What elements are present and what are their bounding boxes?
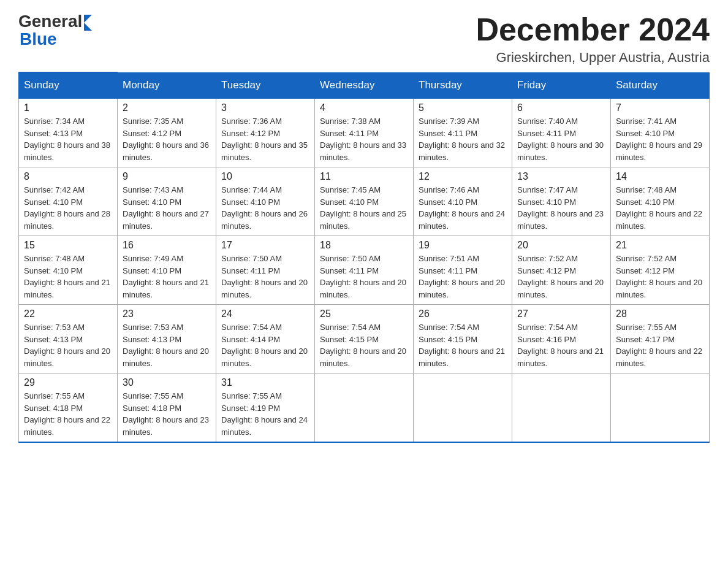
calendar-cell: 22 Sunrise: 7:53 AMSunset: 4:13 PMDaylig… (19, 305, 118, 373)
day-number: 17 (221, 240, 309, 251)
day-info: Sunrise: 7:41 AMSunset: 4:10 PMDaylight:… (616, 115, 704, 163)
day-info: Sunrise: 7:55 AMSunset: 4:17 PMDaylight:… (616, 321, 704, 369)
day-info: Sunrise: 7:40 AMSunset: 4:11 PMDaylight:… (517, 115, 605, 163)
logo: General Blue (18, 12, 92, 48)
calendar-cell: 21 Sunrise: 7:52 AMSunset: 4:12 PMDaylig… (611, 236, 710, 305)
day-info: Sunrise: 7:49 AMSunset: 4:10 PMDaylight:… (123, 253, 211, 301)
weekday-header: Saturday (611, 72, 710, 98)
day-number: 3 (221, 102, 309, 113)
logo-general-text: General (18, 13, 82, 30)
calendar-cell: 2 Sunrise: 7:35 AMSunset: 4:12 PMDayligh… (118, 98, 216, 167)
calendar-cell: 1 Sunrise: 7:34 AMSunset: 4:13 PMDayligh… (19, 98, 118, 167)
day-number: 7 (616, 102, 704, 113)
calendar-cell: 18 Sunrise: 7:50 AMSunset: 4:11 PMDaylig… (315, 236, 414, 305)
day-number: 9 (123, 171, 211, 182)
weekday-header: Thursday (414, 72, 512, 98)
day-number: 30 (123, 377, 211, 388)
day-info: Sunrise: 7:45 AMSunset: 4:10 PMDaylight:… (320, 184, 408, 232)
calendar-cell: 19 Sunrise: 7:51 AMSunset: 4:11 PMDaylig… (414, 236, 512, 305)
day-info: Sunrise: 7:35 AMSunset: 4:12 PMDaylight:… (123, 115, 211, 163)
calendar-cell: 7 Sunrise: 7:41 AMSunset: 4:10 PMDayligh… (611, 98, 710, 167)
weekday-header: Friday (512, 72, 611, 98)
title-block: December 2024 Grieskirchen, Upper Austri… (476, 12, 710, 66)
day-number: 27 (517, 308, 605, 320)
calendar-cell (414, 373, 512, 443)
day-info: Sunrise: 7:34 AMSunset: 4:13 PMDaylight:… (24, 115, 112, 163)
calendar-cell: 4 Sunrise: 7:38 AMSunset: 4:11 PMDayligh… (315, 98, 414, 167)
day-number: 16 (123, 240, 211, 251)
day-info: Sunrise: 7:50 AMSunset: 4:11 PMDaylight:… (320, 253, 408, 301)
day-number: 21 (616, 240, 704, 251)
calendar-cell: 15 Sunrise: 7:48 AMSunset: 4:10 PMDaylig… (19, 236, 118, 305)
day-number: 26 (419, 308, 507, 320)
calendar-cell: 24 Sunrise: 7:54 AMSunset: 4:14 PMDaylig… (216, 305, 315, 373)
page-header: General Blue December 2024 Grieskirchen,… (18, 12, 710, 66)
calendar-week-row: 8 Sunrise: 7:42 AMSunset: 4:10 PMDayligh… (19, 167, 710, 236)
day-info: Sunrise: 7:44 AMSunset: 4:10 PMDaylight:… (221, 184, 309, 232)
calendar-cell: 10 Sunrise: 7:44 AMSunset: 4:10 PMDaylig… (216, 167, 315, 236)
calendar-cell (512, 373, 611, 443)
day-number: 28 (616, 308, 704, 320)
calendar-cell: 11 Sunrise: 7:45 AMSunset: 4:10 PMDaylig… (315, 167, 414, 236)
day-number: 6 (517, 102, 605, 113)
calendar-cell: 6 Sunrise: 7:40 AMSunset: 4:11 PMDayligh… (512, 98, 611, 167)
calendar-cell: 17 Sunrise: 7:50 AMSunset: 4:11 PMDaylig… (216, 236, 315, 305)
calendar-cell: 28 Sunrise: 7:55 AMSunset: 4:17 PMDaylig… (611, 305, 710, 373)
calendar-cell: 8 Sunrise: 7:42 AMSunset: 4:10 PMDayligh… (19, 167, 118, 236)
calendar-cell: 23 Sunrise: 7:53 AMSunset: 4:13 PMDaylig… (118, 305, 216, 373)
month-title: December 2024 (476, 12, 710, 47)
day-number: 5 (419, 102, 507, 113)
weekday-header-row: SundayMondayTuesdayWednesdayThursdayFrid… (19, 72, 710, 98)
day-number: 24 (221, 308, 309, 320)
day-info: Sunrise: 7:52 AMSunset: 4:12 PMDaylight:… (517, 253, 605, 301)
calendar-cell (315, 373, 414, 443)
day-info: Sunrise: 7:47 AMSunset: 4:10 PMDaylight:… (517, 184, 605, 232)
logo-blue-text: Blue (20, 31, 92, 48)
day-info: Sunrise: 7:55 AMSunset: 4:19 PMDaylight:… (221, 390, 309, 438)
day-info: Sunrise: 7:43 AMSunset: 4:10 PMDaylight:… (123, 184, 211, 232)
day-info: Sunrise: 7:54 AMSunset: 4:16 PMDaylight:… (517, 321, 605, 369)
calendar-cell: 12 Sunrise: 7:46 AMSunset: 4:10 PMDaylig… (414, 167, 512, 236)
weekday-header: Sunday (19, 72, 118, 98)
calendar-cell (611, 373, 710, 443)
day-info: Sunrise: 7:53 AMSunset: 4:13 PMDaylight:… (24, 321, 112, 369)
day-number: 19 (419, 240, 507, 251)
calendar-cell: 26 Sunrise: 7:54 AMSunset: 4:15 PMDaylig… (414, 305, 512, 373)
day-number: 31 (221, 377, 309, 388)
calendar-cell: 16 Sunrise: 7:49 AMSunset: 4:10 PMDaylig… (118, 236, 216, 305)
day-number: 20 (517, 240, 605, 251)
calendar-cell: 27 Sunrise: 7:54 AMSunset: 4:16 PMDaylig… (512, 305, 611, 373)
day-number: 25 (320, 308, 408, 320)
day-info: Sunrise: 7:54 AMSunset: 4:15 PMDaylight:… (419, 321, 507, 369)
day-info: Sunrise: 7:48 AMSunset: 4:10 PMDaylight:… (616, 184, 704, 232)
day-info: Sunrise: 7:54 AMSunset: 4:15 PMDaylight:… (320, 321, 408, 369)
weekday-header: Monday (118, 72, 216, 98)
calendar-cell: 5 Sunrise: 7:39 AMSunset: 4:11 PMDayligh… (414, 98, 512, 167)
day-number: 1 (24, 102, 112, 113)
day-number: 2 (123, 102, 211, 113)
day-number: 8 (24, 171, 112, 182)
day-info: Sunrise: 7:51 AMSunset: 4:11 PMDaylight:… (419, 253, 507, 301)
day-info: Sunrise: 7:52 AMSunset: 4:12 PMDaylight:… (616, 253, 704, 301)
day-info: Sunrise: 7:55 AMSunset: 4:18 PMDaylight:… (24, 390, 112, 438)
day-info: Sunrise: 7:46 AMSunset: 4:10 PMDaylight:… (419, 184, 507, 232)
calendar-week-row: 29 Sunrise: 7:55 AMSunset: 4:18 PMDaylig… (19, 373, 710, 443)
calendar-cell: 29 Sunrise: 7:55 AMSunset: 4:18 PMDaylig… (19, 373, 118, 443)
day-number: 23 (123, 308, 211, 320)
day-info: Sunrise: 7:53 AMSunset: 4:13 PMDaylight:… (123, 321, 211, 369)
day-number: 10 (221, 171, 309, 182)
calendar-cell: 20 Sunrise: 7:52 AMSunset: 4:12 PMDaylig… (512, 236, 611, 305)
calendar-cell: 30 Sunrise: 7:55 AMSunset: 4:18 PMDaylig… (118, 373, 216, 443)
day-info: Sunrise: 7:42 AMSunset: 4:10 PMDaylight:… (24, 184, 112, 232)
calendar-cell: 3 Sunrise: 7:36 AMSunset: 4:12 PMDayligh… (216, 98, 315, 167)
day-info: Sunrise: 7:48 AMSunset: 4:10 PMDaylight:… (24, 253, 112, 301)
day-number: 15 (24, 240, 112, 251)
day-number: 13 (517, 171, 605, 182)
day-number: 18 (320, 240, 408, 251)
day-info: Sunrise: 7:50 AMSunset: 4:11 PMDaylight:… (221, 253, 309, 301)
weekday-header: Wednesday (315, 72, 414, 98)
calendar-table: SundayMondayTuesdayWednesdayThursdayFrid… (18, 72, 710, 443)
day-info: Sunrise: 7:54 AMSunset: 4:14 PMDaylight:… (221, 321, 309, 369)
day-info: Sunrise: 7:39 AMSunset: 4:11 PMDaylight:… (419, 115, 507, 163)
calendar-week-row: 22 Sunrise: 7:53 AMSunset: 4:13 PMDaylig… (19, 305, 710, 373)
